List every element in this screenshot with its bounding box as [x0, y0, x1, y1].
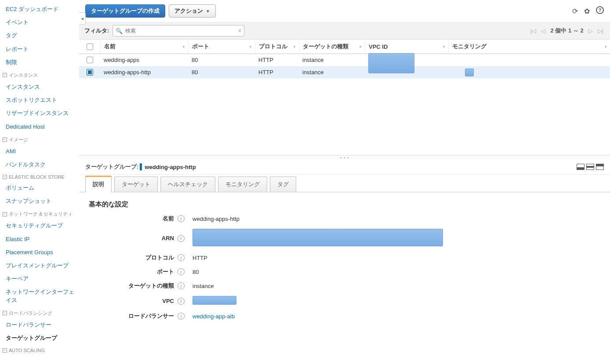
- actions-dropdown[interactable]: アクション ▼: [169, 4, 216, 18]
- column-header-monitoring[interactable]: モニタリング▾: [448, 40, 610, 54]
- refresh-icon[interactable]: ⟳: [572, 7, 578, 15]
- layout-top-icon[interactable]: [596, 164, 604, 170]
- detail-body: 基本的な設定 名前 i wedding-apps-http ARN i プロトコ…: [79, 192, 610, 339]
- column-header-name[interactable]: 名前▾: [100, 40, 188, 54]
- field-label-name: 名前: [85, 215, 178, 223]
- search-input[interactable]: [124, 27, 238, 34]
- info-icon[interactable]: i: [178, 215, 185, 222]
- tab-tags[interactable]: タグ: [270, 177, 296, 192]
- panel-splitter[interactable]: ● ● ●: [79, 155, 610, 159]
- sidebar-item-bundle-tasks[interactable]: バンドルタスク: [0, 158, 79, 171]
- column-header-port[interactable]: ポート▾: [188, 40, 255, 54]
- sidebar-section-images[interactable]: −イメージ: [0, 133, 79, 145]
- field-label-load-balancer: ロードバランサー: [85, 312, 178, 320]
- redacted-vpc: [192, 296, 236, 305]
- sidebar-item-elastic-ip[interactable]: Elastic IP: [0, 233, 79, 246]
- pager-last-icon[interactable]: ▷|: [596, 28, 605, 34]
- clear-search-icon[interactable]: ×: [238, 27, 241, 34]
- sidebar-item-security-groups[interactable]: セキュリティグループ: [0, 219, 79, 232]
- column-header-protocol[interactable]: プロトコル▾: [255, 40, 299, 54]
- settings-icon[interactable]: ✿: [584, 7, 590, 15]
- field-value-load-balancer-link[interactable]: wedding-app-alb: [192, 313, 235, 320]
- layout-bottom-icon[interactable]: [577, 164, 585, 170]
- row-target-type: instance: [299, 66, 365, 78]
- sidebar-item-spot-requests[interactable]: スポットリクエスト: [0, 94, 79, 107]
- sidebar-section-load-balancing[interactable]: −ロードバランシング: [0, 307, 79, 318]
- table-row[interactable]: wedding-apps-http 80 HTTP instance: [79, 66, 610, 79]
- sidebar-item-ec2-dashboard[interactable]: EC2 ダッシュボード: [0, 3, 79, 16]
- row-checkbox[interactable]: [87, 69, 93, 76]
- filter-row: フィルタ: 🔍 × |◁ ◁ 2 個中 1 ～ 2 ▷ ▷|: [79, 22, 610, 40]
- sidebar-section-auto-scaling[interactable]: −AUTO SCALING: [0, 345, 79, 355]
- tab-targets[interactable]: ターゲット: [114, 177, 158, 192]
- info-icon[interactable]: i: [178, 268, 185, 275]
- sidebar-item-snapshots[interactable]: スナップショット: [0, 195, 79, 208]
- sidebar-section-network-security[interactable]: −ネットワーク & セキュリティ: [0, 208, 79, 219]
- sidebar-item-volumes[interactable]: ボリューム: [0, 181, 79, 195]
- sidebar-item-reserved-instances[interactable]: リザーブドインスタンス: [0, 107, 79, 120]
- sidebar-item-tags[interactable]: タグ: [0, 29, 79, 42]
- tab-description[interactable]: 説明: [85, 177, 112, 192]
- sidebar-section-instances[interactable]: −インスタンス: [0, 69, 79, 80]
- sidebar-item-limits[interactable]: 制限: [0, 56, 79, 69]
- field-label-target-type: ターゲットの種類: [85, 282, 178, 290]
- sidebar-item-events[interactable]: イベント: [0, 16, 79, 29]
- main-area: ターゲットグループの作成 アクション ▼ ⟳ ✿ ? フィルタ: 🔍 ×: [79, 0, 610, 364]
- sidebar-item-network-interfaces[interactable]: ネットワークインターフェイス: [0, 285, 79, 306]
- redacted-monitoring: [465, 68, 474, 76]
- search-box[interactable]: 🔍 ×: [113, 25, 244, 36]
- tab-health-check[interactable]: ヘルスチェック: [160, 177, 215, 192]
- field-value-protocol: HTTP: [192, 255, 207, 261]
- basic-settings-heading: 基本的な設定: [85, 198, 604, 215]
- info-icon[interactable]: i: [178, 254, 185, 261]
- column-header-target-type[interactable]: ターゲットの種類▾: [299, 40, 365, 54]
- create-target-group-button[interactable]: ターゲットグループの作成: [85, 4, 165, 18]
- row-port: 80: [188, 54, 255, 66]
- field-value-name: wedding-apps-http: [192, 216, 240, 222]
- field-value-port: 80: [192, 269, 199, 275]
- pager-text: 2 個中 1 ～ 2: [549, 27, 585, 35]
- pager: |◁ ◁ 2 個中 1 ～ 2 ▷ ▷|: [529, 27, 605, 35]
- sidebar-item-key-pairs[interactable]: キーペア: [0, 272, 79, 285]
- field-label-arn: ARN: [85, 235, 178, 241]
- row-port: 80: [188, 66, 255, 78]
- row-name: wedding-apps-http: [100, 66, 188, 78]
- row-target-type: instance: [299, 54, 365, 66]
- sidebar-item-instances[interactable]: インスタンス: [0, 80, 79, 94]
- layout-split-icon[interactable]: [586, 164, 594, 170]
- info-icon[interactable]: i: [178, 282, 185, 289]
- sidebar-collapse-toggle[interactable]: ◀: [79, 12, 86, 25]
- layout-toggles: [577, 164, 604, 170]
- table-body: wedding-apps 80 HTTP instance wedding-ap…: [79, 54, 610, 155]
- sidebar-item-load-balancers[interactable]: ロードバランサー: [0, 318, 79, 332]
- table-header: 名前▾ ポート▾ プロトコル▾ ターゲットの種類▾ VPC ID▾ モニタリング…: [79, 40, 610, 54]
- sort-icon: ▾: [443, 45, 445, 49]
- sidebar-item-ami[interactable]: AMI: [0, 145, 79, 158]
- help-icon[interactable]: ?: [596, 6, 604, 16]
- info-icon[interactable]: i: [178, 235, 185, 242]
- info-icon[interactable]: i: [178, 313, 185, 320]
- row-checkbox[interactable]: [87, 57, 93, 63]
- sidebar: EC2 ダッシュボード イベント タグ レポート 制限 −インスタンス インスタ…: [0, 0, 79, 364]
- info-icon[interactable]: i: [178, 298, 185, 305]
- sidebar-section-ebs[interactable]: −ELASTIC BLOCK STORE: [0, 171, 79, 181]
- pager-prev-icon[interactable]: ◁: [540, 28, 547, 34]
- sidebar-item-placement-groups-en[interactable]: Placement Groups: [0, 246, 79, 259]
- sidebar-item-placement-groups-jp[interactable]: プレイスメントグループ: [0, 259, 79, 272]
- row-name: wedding-apps: [100, 54, 188, 66]
- pager-first-icon[interactable]: |◁: [529, 28, 537, 34]
- search-icon: 🔍: [116, 28, 123, 34]
- tab-monitoring[interactable]: モニタリング: [218, 177, 267, 192]
- detail-title-prefix: ターゲットグループ:: [85, 163, 138, 171]
- field-label-protocol: プロトコル: [85, 254, 178, 262]
- sidebar-item-target-groups[interactable]: ターゲットグループ: [0, 332, 79, 345]
- chevron-down-icon: ▼: [206, 9, 210, 14]
- select-all-checkbox[interactable]: [87, 43, 93, 50]
- pager-next-icon[interactable]: ▷: [587, 28, 594, 34]
- sidebar-item-dedicated-host[interactable]: Dedicated Host: [0, 120, 79, 133]
- column-header-vpc-id[interactable]: VPC ID▾: [365, 40, 448, 54]
- toolbar: ターゲットグループの作成 アクション ▼ ⟳ ✿ ?: [79, 0, 610, 22]
- field-label-port: ポート: [85, 268, 178, 276]
- sidebar-item-reports[interactable]: レポート: [0, 43, 79, 56]
- table-row[interactable]: wedding-apps 80 HTTP instance: [79, 54, 610, 66]
